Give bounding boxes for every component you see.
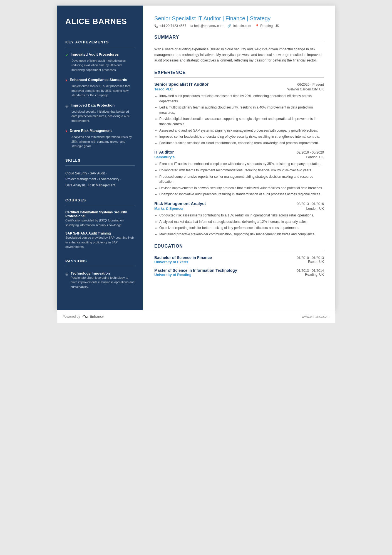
job-1-company: Tesco PLC — [154, 87, 173, 91]
edu-1-location: Exeter, UK — [308, 260, 324, 264]
separator-2: | — [247, 15, 250, 21]
footer-website: www.enhancv.com — [302, 315, 329, 319]
passion-item-1: ◎ Technology Innovation Passionate about… — [65, 271, 135, 289]
job-2-header: IT Auditor 02/2016 - 05/2020 — [154, 150, 324, 154]
achievement-desc-1: Developed efficient audit methodologies,… — [65, 58, 135, 72]
job-1-company-row: Tesco PLC Welwyn Garden City, UK — [154, 87, 324, 91]
achievements-divider — [65, 47, 135, 47]
skills-line-3: Data Analysis · Risk Management — [65, 182, 135, 189]
course-item-2: SAP S/4HANA Audit Training Specialised c… — [65, 231, 135, 249]
achievement-header-1: ✔ Innovated Audit Procedures — [65, 52, 135, 57]
job-3-title: Risk Management Analyst — [154, 201, 206, 206]
heart-icon-2: ♥ — [65, 129, 68, 133]
course-desc-1: Certification provided by (ISC)² focusin… — [65, 218, 135, 227]
page-footer: Powered by Enhancv www.enhancv.com — [57, 310, 335, 323]
job-1-dates: 06/2020 - Present — [297, 83, 324, 87]
course-title-1: Certified Information Systems Security P… — [65, 210, 135, 218]
job-2: IT Auditor 02/2016 - 05/2020 Sainsbury's… — [154, 150, 324, 197]
achievements-title: KEY ACHIEVEMENTS — [65, 40, 135, 44]
achievement-desc-3: Led cloud security initiatives that bols… — [65, 109, 135, 123]
location-contact: 📍 Reading, UK — [255, 24, 279, 28]
contact-bar: 📞 +44 20 7123 4567 ✉ help@enhancv.com 🔗 … — [154, 24, 324, 28]
linkedin-contact: 🔗 linkedin.com — [227, 24, 251, 28]
brand-name: Enhancv — [90, 314, 104, 319]
skills-section: SKILLS Cloud Security · SAP Audit · Proj… — [65, 158, 135, 189]
job-1-bullet-6: Facilitated training sessions on cloud t… — [159, 140, 324, 146]
job-3-bullet-4: Maintained proactive stakeholder communi… — [159, 232, 324, 237]
summary-title: SUMMARY — [154, 35, 324, 40]
field-1: Finance — [225, 15, 245, 21]
edu-1-school: University of Exeter — [154, 260, 188, 264]
experience-title: EXPERIENCE — [154, 70, 324, 75]
job-1-bullet-4: Assessed and audited SAP systems, aligni… — [159, 128, 324, 133]
location-text: Reading, UK — [260, 24, 279, 28]
edu-2-location: Reading, UK — [305, 273, 324, 277]
job-3-company: Marks & Spencer — [154, 206, 184, 211]
target-icon-2: ◎ — [65, 272, 68, 276]
achievements-section: KEY ACHIEVEMENTS ✔ Innovated Audit Proce… — [65, 40, 135, 149]
job-1-bullet-2: Led a multidisciplinary team in auditing… — [159, 105, 324, 115]
email-icon: ✉ — [190, 24, 193, 28]
job-3-bullet-3: Optimized reporting tools for better tra… — [159, 225, 324, 231]
achievement-title-4: Drove Risk Management — [70, 129, 112, 133]
edu-2-header: Master of Science in Information Technol… — [154, 268, 324, 273]
edu-2-school: University of Reading — [154, 273, 192, 277]
edu-1-degree: Bachelor of Science in Finance — [154, 255, 212, 260]
job-role: Senior Specialist IT Auditor — [154, 15, 221, 21]
courses-divider — [65, 205, 135, 205]
courses-section: COURSES Certified Information Systems Se… — [65, 198, 135, 249]
achievement-item-4: ♥ Drove Risk Management Analyzed and min… — [65, 129, 135, 149]
achievement-header-3: ◎ Improved Data Protection — [65, 103, 135, 108]
job-2-bullets: Executed IT audits that enhanced complia… — [154, 161, 324, 197]
job-2-company: Sainsbury's — [154, 155, 175, 159]
achievement-desc-4: Analyzed and minimized operational risks… — [65, 135, 135, 149]
job-2-location: London, UK — [306, 155, 324, 159]
passions-divider — [65, 266, 135, 266]
job-3-company-row: Marks & Spencer London, UK — [154, 206, 324, 211]
achievement-title-3: Improved Data Protection — [71, 103, 115, 107]
job-1-location: Welwyn Garden City, UK — [287, 87, 324, 91]
job-3-bullet-2: Analysed market data that informed strat… — [159, 219, 324, 225]
phone-text: +44 20 7123 4567 — [159, 24, 186, 28]
edu-1-school-row: University of Exeter Exeter, UK — [154, 260, 324, 264]
job-3-bullets: Conducted risk assessments contributing … — [154, 213, 324, 237]
job-2-dates: 02/2016 - 05/2020 — [297, 151, 324, 154]
job-1-bullet-1: Innovated audit procedures reducing asse… — [159, 93, 324, 104]
achievement-item-2: ♥ Enhanced Compliance Standards Implemen… — [65, 78, 135, 98]
job-1-bullet-5: Improved senior leadership's understandi… — [159, 134, 324, 139]
skills-title: SKILLS — [65, 158, 135, 162]
phone-contact: 📞 +44 20 7123 4567 — [154, 24, 186, 28]
job-title-header: Senior Specialist IT Auditor | Finance |… — [154, 15, 324, 22]
experience-divider — [154, 77, 324, 78]
passion-desc-1: Passionate about leveraging technology t… — [71, 275, 135, 289]
email-text: help@enhancv.com — [194, 24, 223, 28]
edu-1-header: Bachelor of Science in Finance 01/2010 -… — [154, 255, 324, 260]
location-icon: 📍 — [255, 24, 259, 28]
job-3: Risk Management Analyst 08/2013 - 01/201… — [154, 201, 324, 237]
separator-1: | — [222, 15, 225, 21]
footer-left: Powered by Enhancv — [63, 314, 104, 319]
achievement-header-2: ♥ Enhanced Compliance Standards — [65, 78, 135, 82]
course-item-1: Certified Information Systems Security P… — [65, 210, 135, 227]
job-3-header: Risk Management Analyst 08/2013 - 01/201… — [154, 201, 324, 206]
job-2-bullet-1: Executed IT audits that enhanced complia… — [159, 161, 324, 167]
check-icon: ✔ — [65, 53, 68, 57]
main-content: Senior Specialist IT Auditor | Finance |… — [143, 6, 335, 310]
achievement-title-2: Enhanced Compliance Standards — [70, 78, 127, 82]
achievement-header-4: ♥ Drove Risk Management — [65, 129, 135, 133]
passions-title: PASSIONS — [65, 259, 135, 263]
linkedin-icon: 🔗 — [227, 24, 231, 28]
achievement-title-1: Innovated Audit Procedures — [71, 52, 119, 56]
job-2-bullet-4: Devised improvements in network security… — [159, 186, 324, 191]
resume-container: ALICE BARNES KEY ACHIEVEMENTS ✔ Innovate… — [57, 6, 335, 310]
job-1: Senior Specialist IT Auditor 06/2020 - P… — [154, 82, 324, 145]
job-1-header: Senior Specialist IT Auditor 06/2020 - P… — [154, 82, 324, 87]
job-1-bullets: Innovated audit procedures reducing asse… — [154, 93, 324, 145]
skills-divider — [65, 165, 135, 166]
edu-item-1: Bachelor of Science in Finance 01/2010 -… — [154, 255, 324, 264]
summary-text: With 6 years of auditing experience, ski… — [154, 46, 324, 63]
job-1-bullet-3: Provided digital transformation assuranc… — [159, 116, 324, 127]
candidate-name: ALICE BARNES — [65, 17, 135, 26]
achievement-item-1: ✔ Innovated Audit Procedures Developed e… — [65, 52, 135, 72]
achievement-desc-2: Implemented robust IT audit processes th… — [65, 84, 135, 98]
